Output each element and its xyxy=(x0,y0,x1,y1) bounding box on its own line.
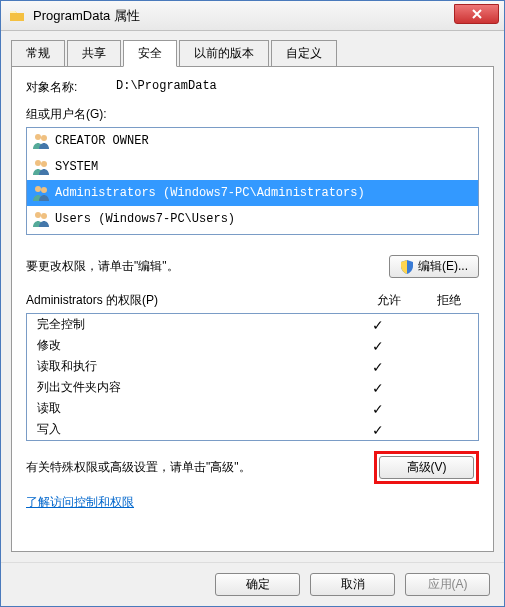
user-icon xyxy=(31,183,51,203)
advanced-button-label: 高级(V) xyxy=(407,459,447,476)
edit-hint: 要更改权限，请单击"编辑"。 xyxy=(26,258,179,275)
svg-point-5 xyxy=(41,187,47,193)
object-name-label: 对象名称: xyxy=(26,79,116,96)
svg-point-7 xyxy=(41,213,47,219)
tab-general[interactable]: 常规 xyxy=(11,40,65,67)
svg-point-3 xyxy=(41,161,47,167)
advanced-button[interactable]: 高级(V) xyxy=(379,456,474,479)
allow-check-icon: ✓ xyxy=(348,380,408,396)
group-item-selected[interactable]: Administrators (Windows7-PC\Administrato… xyxy=(27,180,478,206)
shield-icon xyxy=(400,260,414,274)
permission-row: 修改 ✓ xyxy=(27,335,478,356)
user-icon xyxy=(31,157,51,177)
user-icon xyxy=(31,209,51,229)
permissions-title: Administrators 的权限(P) xyxy=(26,292,359,309)
tab-sharing[interactable]: 共享 xyxy=(67,40,121,67)
properties-dialog: ProgramData 属性 常规 共享 安全 以前的版本 自定义 对象名称: … xyxy=(0,0,505,607)
cancel-button[interactable]: 取消 xyxy=(310,573,395,596)
svg-point-6 xyxy=(35,212,41,218)
close-icon xyxy=(472,9,482,19)
svg-point-0 xyxy=(35,134,41,140)
permission-name: 读取和执行 xyxy=(37,358,348,375)
permissions-listbox[interactable]: 完全控制 ✓ 修改 ✓ 读取和执行 ✓ 列出文件夹内容 ✓ 读取 ✓ xyxy=(26,313,479,441)
tab-security[interactable]: 安全 xyxy=(123,40,177,67)
groups-section: 组或用户名(G): CREATOR OWNER SYSTEM Administr… xyxy=(26,106,479,235)
edit-button[interactable]: 编辑(E)... xyxy=(389,255,479,278)
groups-label: 组或用户名(G): xyxy=(26,106,479,123)
tab-strip: 常规 共享 安全 以前的版本 自定义 xyxy=(1,31,504,66)
apply-button[interactable]: 应用(A) xyxy=(405,573,490,596)
allow-column-header: 允许 xyxy=(359,292,419,309)
permission-name: 读取 xyxy=(37,400,348,417)
group-name: Users (Windows7-PC\Users) xyxy=(55,212,235,226)
advanced-row: 有关特殊权限或高级设置，请单击"高级"。 高级(V) xyxy=(26,451,479,484)
groups-listbox[interactable]: CREATOR OWNER SYSTEM Administrators (Win… xyxy=(26,127,479,235)
tab-content-security: 对象名称: D:\ProgramData 组或用户名(G): CREATOR O… xyxy=(11,66,494,552)
permission-name: 写入 xyxy=(37,421,348,438)
permissions-header: Administrators 的权限(P) 允许 拒绝 xyxy=(26,292,479,309)
permission-row: 写入 ✓ xyxy=(27,419,478,440)
permission-name: 完全控制 xyxy=(37,316,348,333)
svg-point-2 xyxy=(35,160,41,166)
ok-button[interactable]: 确定 xyxy=(215,573,300,596)
group-name: Administrators (Windows7-PC\Administrato… xyxy=(55,186,365,200)
allow-check-icon: ✓ xyxy=(348,338,408,354)
allow-check-icon: ✓ xyxy=(348,401,408,417)
highlight-box: 高级(V) xyxy=(374,451,479,484)
close-button[interactable] xyxy=(454,4,499,24)
permission-row: 读取 ✓ xyxy=(27,398,478,419)
tab-customize[interactable]: 自定义 xyxy=(271,40,337,67)
edit-button-label: 编辑(E)... xyxy=(418,258,468,275)
allow-check-icon: ✓ xyxy=(348,317,408,333)
group-name: CREATOR OWNER xyxy=(55,134,149,148)
user-icon xyxy=(31,131,51,151)
permission-row: 读取和执行 ✓ xyxy=(27,356,478,377)
deny-column-header: 拒绝 xyxy=(419,292,479,309)
group-item[interactable]: SYSTEM xyxy=(27,154,478,180)
learn-link[interactable]: 了解访问控制和权限 xyxy=(26,494,479,511)
permission-row: 列出文件夹内容 ✓ xyxy=(27,377,478,398)
svg-point-4 xyxy=(35,186,41,192)
tab-previous-versions[interactable]: 以前的版本 xyxy=(179,40,269,67)
group-item[interactable]: Users (Windows7-PC\Users) xyxy=(27,206,478,232)
group-name: SYSTEM xyxy=(55,160,98,174)
svg-point-1 xyxy=(41,135,47,141)
allow-check-icon: ✓ xyxy=(348,359,408,375)
titlebar: ProgramData 属性 xyxy=(1,1,504,31)
permission-name: 列出文件夹内容 xyxy=(37,379,348,396)
dialog-footer: 确定 取消 应用(A) xyxy=(1,562,504,606)
permission-row: 完全控制 ✓ xyxy=(27,314,478,335)
allow-check-icon: ✓ xyxy=(348,422,408,438)
window-title: ProgramData 属性 xyxy=(33,7,140,25)
object-name-value: D:\ProgramData xyxy=(116,79,217,96)
group-item[interactable]: CREATOR OWNER xyxy=(27,128,478,154)
object-name-row: 对象名称: D:\ProgramData xyxy=(26,79,479,96)
permission-name: 修改 xyxy=(37,337,348,354)
advanced-hint: 有关特殊权限或高级设置，请单击"高级"。 xyxy=(26,459,374,476)
folder-icon xyxy=(9,8,25,24)
edit-row: 要更改权限，请单击"编辑"。 编辑(E)... xyxy=(26,255,479,278)
